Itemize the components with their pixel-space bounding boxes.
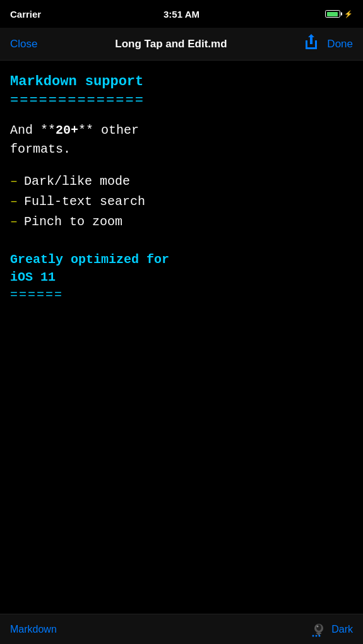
- done-button[interactable]: Done: [327, 38, 353, 50]
- nav-bar: Close Long Tap and Edit.md Done: [0, 28, 363, 61]
- section2-heading: Greatly optimized for iOS 11: [10, 251, 353, 286]
- svg-point-6: [312, 635, 314, 636]
- svg-point-8: [319, 635, 321, 636]
- svg-point-7: [316, 635, 318, 636]
- section2-heading-line2: iOS 11: [10, 270, 56, 284]
- heading-underline: ==============: [10, 93, 353, 108]
- heading-text: Markdown support: [10, 73, 353, 91]
- list-text-1: Dark/like mode: [24, 172, 130, 192]
- list-item: – Full-text search: [10, 192, 353, 212]
- dark-mode-button[interactable]: Dark: [310, 621, 353, 638]
- bottom-bar: Markdown Dark: [0, 614, 363, 644]
- dark-label: Dark: [331, 624, 353, 635]
- list-dash-3: –: [10, 212, 18, 232]
- body-paragraph: And **20+** otherformats.: [10, 121, 353, 159]
- list-area: – Dark/like mode – Full-text search – Pi…: [10, 172, 353, 232]
- svg-rect-4: [316, 633, 321, 634]
- bolt-icon: ⚡: [344, 10, 353, 18]
- list-dash-1: –: [10, 172, 18, 192]
- status-right: ⚡: [325, 10, 353, 18]
- markdown-button[interactable]: Markdown: [10, 624, 57, 635]
- list-text-2: Full-text search: [24, 192, 145, 212]
- bold-text: 20+: [56, 123, 78, 138]
- dark-mode-icon: [310, 621, 328, 638]
- nav-title: Long Tap and Edit.md: [37, 38, 304, 50]
- list-text-3: Pinch to zoom: [24, 212, 122, 232]
- battery-icon: [325, 10, 340, 18]
- carrier-text: Carrier: [10, 9, 41, 20]
- list-item: – Pinch to zoom: [10, 212, 353, 232]
- svg-point-2: [316, 624, 321, 631]
- list-dash-2: –: [10, 192, 18, 212]
- share-icon[interactable]: [304, 34, 318, 54]
- content-area: Markdown support ============== And **20…: [0, 61, 363, 614]
- list-item: – Dark/like mode: [10, 172, 353, 192]
- section2-underline: ======: [10, 288, 353, 302]
- section2-heading-line1: Greatly optimized for: [10, 252, 169, 267]
- close-button[interactable]: Close: [10, 38, 37, 50]
- status-time: 3:51 AM: [164, 9, 199, 20]
- status-left: Carrier: [10, 9, 45, 20]
- svg-point-3: [317, 625, 319, 627]
- status-bar: Carrier 3:51 AM ⚡: [0, 0, 363, 28]
